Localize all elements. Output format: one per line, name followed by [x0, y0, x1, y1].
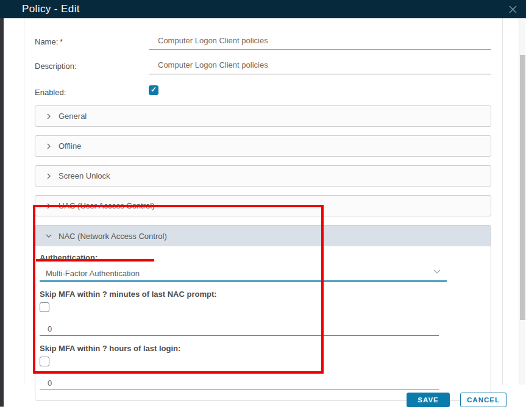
name-input[interactable]: Computer Logon Client policies	[149, 34, 491, 50]
authentication-select[interactable]: Multi-Factor Authentication	[40, 265, 447, 282]
checkmark-icon: ✓	[151, 85, 157, 94]
scrollbar-thumb[interactable]	[520, 55, 525, 320]
cancel-button[interactable]: CANCEL	[460, 393, 506, 407]
section-uac[interactable]: UAC (User Access Control)	[35, 195, 491, 216]
skip-mfa-minutes-input[interactable]: 0	[40, 317, 439, 336]
save-button[interactable]: SAVE	[407, 393, 450, 407]
authentication-label: Authentication:	[40, 252, 491, 263]
chevron-right-icon	[46, 173, 52, 179]
window-edge-strip	[0, 18, 4, 407]
section-nac: NAC (Network Access Control) Authenticat…	[35, 225, 491, 400]
section-general[interactable]: General	[35, 105, 491, 127]
enabled-row: Enabled: ✓	[35, 84, 491, 97]
skip-mfa-minutes-checkbox[interactable]: ✓	[40, 302, 49, 312]
enabled-checkbox[interactable]: ✓	[149, 85, 158, 95]
section-nac-header[interactable]: NAC (Network Access Control)	[35, 226, 491, 246]
name-row: Name:* Computer Logon Client policies	[35, 34, 491, 50]
description-row: Description: Computer Logon Client polic…	[35, 58, 491, 74]
description-label: Description:	[35, 58, 149, 71]
name-label-text: Name:	[35, 37, 58, 46]
description-input[interactable]: Computer Logon Client policies	[149, 58, 491, 74]
name-label: Name:*	[35, 34, 149, 46]
dialog-footer: SAVE CANCEL	[407, 393, 506, 407]
chevron-down-icon	[433, 269, 441, 274]
nac-section-body: Authentication: Multi-Factor Authenticat…	[35, 246, 491, 400]
section-screen-unlock[interactable]: Screen Unlock	[35, 165, 491, 187]
section-label: UAC (User Access Control)	[59, 201, 154, 210]
chevron-down-icon	[46, 233, 52, 239]
chevron-right-icon	[46, 113, 52, 119]
skip-mfa-hours-label: Skip MFA within ? hours of last login:	[40, 343, 491, 354]
section-offline[interactable]: Offline	[35, 135, 491, 157]
chevron-right-icon	[46, 203, 52, 209]
scrollbar-track[interactable]	[519, 19, 525, 385]
section-label: General	[59, 112, 87, 121]
skip-mfa-hours-input[interactable]: 0	[40, 371, 439, 390]
dialog-body: Name:* Computer Logon Client policies De…	[24, 18, 503, 385]
section-label: NAC (Network Access Control)	[59, 232, 167, 241]
skip-mfa-hours-checkbox[interactable]: ✓	[40, 357, 49, 366]
section-label: Screen Unlock	[59, 171, 110, 180]
skip-mfa-minutes-label: Skip MFA within ? minutes of last NAC pr…	[40, 289, 491, 300]
close-icon[interactable]	[505, 1, 521, 17]
chevron-right-icon	[46, 143, 52, 149]
dialog-title: Policy - Edit	[22, 3, 80, 15]
section-label: Offline	[59, 141, 81, 151]
authentication-selected-value: Multi-Factor Authentication	[46, 269, 140, 278]
required-asterisk: *	[60, 38, 63, 46]
dialog-header: Policy - Edit	[0, 0, 526, 18]
enabled-label: Enabled:	[35, 84, 149, 97]
